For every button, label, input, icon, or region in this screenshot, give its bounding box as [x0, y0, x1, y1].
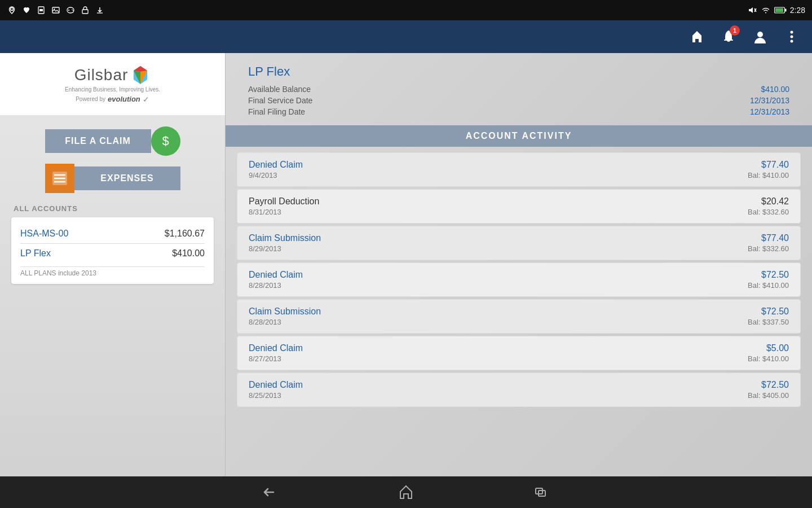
sidebar-buttons: FILE A CLAIM $ EXPENSES [0, 115, 225, 204]
status-bar-left-icons [7, 5, 105, 15]
activity-item-left: Payroll Deduction 8/31/2013 [249, 196, 319, 216]
activity-item-balance: Bal: $337.50 [748, 318, 789, 326]
final-service-date-value: 12/31/2013 [750, 96, 789, 105]
svg-rect-16 [785, 9, 787, 12]
home-button[interactable] [395, 481, 417, 503]
available-balance-value: $410.00 [761, 85, 789, 94]
activity-item-date: 8/29/2013 [249, 244, 321, 253]
svg-point-7 [72, 9, 73, 10]
activity-item-right: $72.50 Bal: $410.00 [748, 270, 789, 290]
file-claim-icon: $ [151, 126, 180, 156]
account-row-lpflex[interactable]: LP Flex $410.00 [20, 243, 205, 263]
wifi-icon [761, 6, 771, 14]
activity-item-right: $20.42 Bal: $332.60 [748, 196, 789, 216]
heart-icon [21, 5, 32, 15]
download-icon [95, 5, 105, 15]
activity-item-left: Denied Claim 8/28/2013 [249, 270, 303, 290]
svg-rect-15 [775, 8, 783, 12]
back-button[interactable] [259, 481, 282, 503]
account-note: ALL PLANS include 2013 [20, 266, 205, 277]
evolution-text: evolution [108, 95, 140, 103]
home-app-icon[interactable] [687, 27, 707, 47]
all-accounts-title: ALL ACCOUNTS [11, 204, 214, 213]
status-bar: 2:28 [0, 0, 812, 20]
final-filing-date-value: 12/31/2013 [750, 107, 789, 116]
activity-item-right: $72.50 Bal: $405.00 [748, 380, 789, 400]
activity-item-name: Claim Submission [249, 233, 321, 243]
recent-apps-button[interactable] [530, 481, 553, 503]
status-bar-right-icons: 2:28 [748, 6, 805, 15]
activity-item-left: Claim Submission 8/28/2013 [249, 306, 321, 326]
main-container: Gilsbar Enhancing Business, Improving Li… [0, 53, 812, 508]
profile-icon[interactable] [750, 27, 770, 47]
svg-rect-9 [82, 10, 88, 14]
sim-icon [36, 5, 46, 15]
final-service-date-label: Final Service Date [248, 96, 312, 105]
file-claim-button[interactable]: FILE A CLAIM $ [45, 126, 180, 156]
available-balance-row: Available Balance $410.00 [248, 85, 789, 94]
activity-item-balance: Bal: $332.60 [748, 244, 789, 253]
activity-item[interactable]: Denied Claim 8/25/2013 $72.50 Bal: $405.… [237, 373, 801, 407]
svg-rect-2 [39, 9, 43, 11]
activity-item-date: 8/28/2013 [249, 318, 321, 326]
activity-item-balance: Bal: $410.00 [748, 171, 789, 179]
activity-item[interactable]: Denied Claim 8/28/2013 $72.50 Bal: $410.… [237, 262, 801, 297]
activity-section: ACCOUNT ACTIVITY Denied Claim 9/4/2013 $… [226, 125, 812, 508]
activity-item-name: Denied Claim [249, 270, 303, 280]
final-service-date-row: Final Service Date 12/31/2013 [248, 96, 789, 105]
activity-item[interactable]: Payroll Deduction 8/31/2013 $20.42 Bal: … [237, 189, 801, 224]
final-filing-date-label: Final Filing Date [248, 107, 305, 116]
account-balance-hsa: $1,160.67 [165, 229, 205, 239]
activity-item-right: $77.40 Bal: $410.00 [748, 160, 789, 179]
activity-item[interactable]: Claim Submission 8/29/2013 $77.40 Bal: $… [237, 226, 801, 260]
activity-item-name: Denied Claim [249, 380, 303, 390]
expenses-button[interactable]: EXPENSES [45, 164, 180, 193]
account-details: Available Balance $410.00 Final Service … [248, 85, 789, 116]
svg-point-21 [791, 40, 793, 43]
activity-item-right: $77.40 Bal: $332.60 [748, 233, 789, 253]
activity-item-balance: Bal: $410.00 [748, 281, 789, 290]
notification-badge: 1 [730, 25, 740, 36]
more-options-icon[interactable] [782, 27, 802, 47]
activity-item[interactable]: Claim Submission 8/28/2013 $72.50 Bal: $… [237, 299, 801, 334]
activity-header: ACCOUNT ACTIVITY [226, 125, 812, 147]
svg-point-13 [765, 12, 766, 14]
activity-item-name: Denied Claim [249, 343, 303, 353]
time-display: 2:28 [790, 6, 805, 15]
available-balance-label: Available Balance [248, 85, 311, 94]
account-row-hsa[interactable]: HSA-MS-00 $1,160.67 [20, 224, 205, 243]
powered-by: Powered by evolution ✓ [76, 95, 149, 104]
svg-point-20 [791, 36, 793, 38]
activity-item-amount: $20.42 [748, 196, 789, 207]
logo-text: Gilsbar Enhancing Business, Improving Li… [65, 65, 160, 104]
expenses-label: EXPENSES [74, 167, 180, 190]
activity-item-date: 9/4/2013 [249, 171, 303, 179]
activity-list: Denied Claim 9/4/2013 $77.40 Bal: $410.0… [226, 147, 812, 508]
lock-icon [80, 5, 90, 15]
notifications-icon[interactable]: 1 [718, 27, 739, 47]
activity-item[interactable]: Denied Claim 9/4/2013 $77.40 Bal: $410.0… [237, 152, 801, 187]
gilsbar-name: Gilsbar [74, 66, 129, 84]
mute-icon [748, 6, 757, 14]
activity-item-balance: Bal: $405.00 [748, 391, 789, 400]
activity-item-left: Denied Claim 8/27/2013 [249, 343, 303, 363]
image-icon [51, 5, 61, 15]
logo-subtitle: Enhancing Business, Improving Lives. [65, 86, 160, 93]
activity-item-amount: $72.50 [748, 380, 789, 390]
svg-point-18 [757, 32, 763, 37]
activity-item-right: $72.50 Bal: $337.50 [748, 306, 789, 326]
activity-item-balance: Bal: $332.60 [748, 208, 789, 216]
svg-rect-17 [724, 40, 733, 41]
account-header-title: LP Flex [248, 64, 789, 79]
activity-item-amount: $77.40 [748, 233, 789, 243]
sidebar: Gilsbar Enhancing Business, Improving Li… [0, 53, 226, 508]
svg-point-19 [791, 31, 793, 34]
svg-point-8 [73, 10, 74, 11]
accounts-section: ALL ACCOUNTS HSA-MS-00 $1,160.67 LP Flex… [0, 204, 225, 284]
activity-item-balance: Bal: $410.00 [748, 354, 789, 363]
logo-area: Gilsbar Enhancing Business, Improving Li… [0, 53, 225, 115]
logo-gem-icon [130, 65, 151, 85]
expenses-icon [45, 164, 74, 193]
activity-item[interactable]: Denied Claim 8/27/2013 $5.00 Bal: $410.0… [237, 336, 801, 370]
activity-item-name: Denied Claim [249, 160, 303, 170]
